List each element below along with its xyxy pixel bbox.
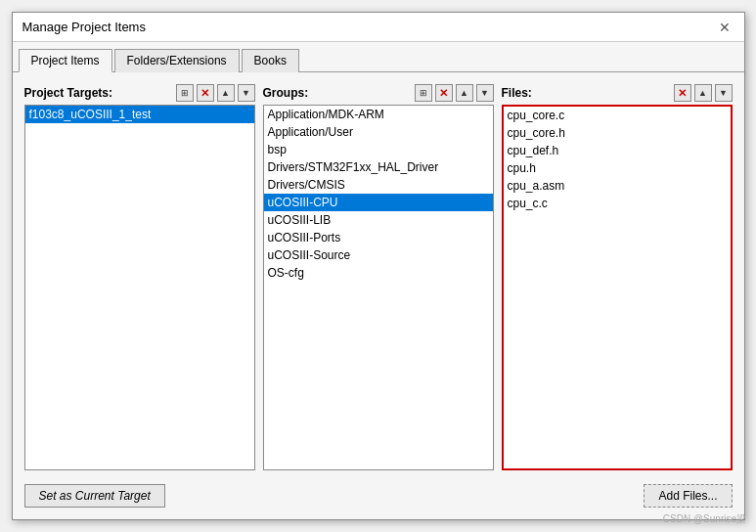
groups-down-button[interactable]: ▼	[476, 84, 494, 102]
files-label: Files:	[502, 86, 671, 100]
list-item[interactable]: uCOSIII-LIB	[264, 211, 493, 229]
bottom-row: Set as Current Target Add Files...	[24, 480, 733, 508]
groups-new-button[interactable]: ⊞	[415, 84, 432, 102]
list-item[interactable]: OS-cfg	[264, 264, 493, 282]
project-targets-header: Project Targets: ⊞ ✕ ▲ ▼	[24, 84, 255, 102]
files-up-button[interactable]: ▲	[694, 84, 712, 102]
project-targets-panel: Project Targets: ⊞ ✕ ▲ ▼ f103c8_uCOSIII_…	[24, 84, 255, 470]
dialog-title: Manage Project Items	[22, 20, 146, 34]
list-item[interactable]: cpu_c.c	[504, 195, 731, 212]
set-current-target-button[interactable]: Set as Current Target	[24, 484, 165, 508]
manage-project-items-dialog: Manage Project Items ✕ Project Items Fol…	[12, 12, 745, 520]
groups-header: Groups: ⊞ ✕ ▲ ▼	[263, 84, 494, 102]
tab-books[interactable]: Books	[242, 49, 299, 72]
tab-folders-extensions[interactable]: Folders/Extensions	[114, 49, 240, 72]
list-item[interactable]: cpu_a.asm	[504, 177, 731, 195]
groups-list[interactable]: Application/MDK-ARMApplication/UserbspDr…	[263, 105, 494, 470]
files-delete-button[interactable]: ✕	[674, 84, 691, 102]
list-item[interactable]: cpu.h	[504, 159, 731, 177]
files-header: Files: ✕ ▲ ▼	[502, 84, 733, 102]
list-item[interactable]: uCOSIII-Source	[264, 246, 493, 264]
groups-label: Groups:	[263, 86, 412, 100]
files-down-button[interactable]: ▼	[715, 84, 733, 102]
project-targets-down-button[interactable]: ▼	[238, 84, 255, 102]
groups-up-button[interactable]: ▲	[456, 84, 473, 102]
watermark: CSDN @Sunrise梁	[663, 512, 746, 526]
files-panel: Files: ✕ ▲ ▼ cpu_core.ccpu_core.hcpu_def…	[502, 84, 733, 470]
groups-panel: Groups: ⊞ ✕ ▲ ▼ Application/MDK-ARMAppli…	[263, 84, 494, 470]
project-targets-new-button[interactable]: ⊞	[176, 84, 194, 102]
list-item[interactable]: cpu_def.h	[504, 142, 731, 159]
panels-row: Project Targets: ⊞ ✕ ▲ ▼ f103c8_uCOSIII_…	[24, 84, 733, 470]
list-item[interactable]: Drivers/CMSIS	[264, 176, 493, 194]
list-item[interactable]: bsp	[264, 141, 493, 158]
project-targets-label: Project Targets:	[24, 86, 173, 100]
tabs-bar: Project Items Folders/Extensions Books	[13, 42, 744, 72]
list-item[interactable]: Application/MDK-ARM	[264, 106, 493, 123]
list-item[interactable]: uCOSIII-CPU	[264, 194, 493, 211]
list-item[interactable]: f103c8_uCOSIII_1_test	[25, 106, 254, 123]
project-targets-up-button[interactable]: ▲	[217, 84, 235, 102]
files-list[interactable]: cpu_core.ccpu_core.hcpu_def.hcpu.hcpu_a.…	[502, 105, 733, 470]
project-targets-list[interactable]: f103c8_uCOSIII_1_test	[24, 105, 255, 470]
groups-delete-button[interactable]: ✕	[435, 84, 453, 102]
list-item[interactable]: uCOSIII-Ports	[264, 229, 493, 246]
add-files-button[interactable]: Add Files...	[644, 484, 732, 508]
title-bar: Manage Project Items ✕	[13, 13, 744, 42]
project-targets-delete-button[interactable]: ✕	[197, 84, 214, 102]
content-area: Project Targets: ⊞ ✕ ▲ ▼ f103c8_uCOSIII_…	[13, 72, 744, 519]
list-item[interactable]: cpu_core.c	[504, 107, 731, 124]
list-item[interactable]: cpu_core.h	[504, 124, 731, 142]
list-item[interactable]: Drivers/STM32F1xx_HAL_Driver	[264, 158, 493, 176]
list-item[interactable]: Application/User	[264, 123, 493, 141]
tab-project-items[interactable]: Project Items	[19, 49, 112, 72]
close-button[interactable]: ✕	[715, 21, 734, 34]
